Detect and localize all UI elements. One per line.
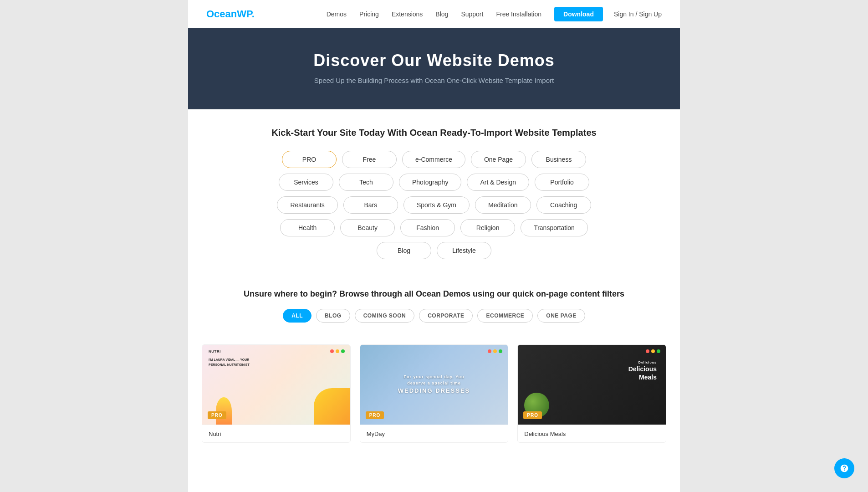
demo-grid: NUTRI I'M LAURA VIDAL — YOURPERSONAL NUT…	[188, 344, 680, 456]
demo-card-nutri[interactable]: NUTRI I'M LAURA VIDAL — YOURPERSONAL NUT…	[202, 344, 351, 443]
filter-pro[interactable]: PRO	[282, 151, 337, 168]
dot-green-food	[657, 349, 660, 353]
filter-free[interactable]: Free	[342, 151, 397, 168]
filter-ecommerce[interactable]: e-Commerce	[402, 151, 465, 168]
window-dots	[330, 349, 345, 353]
dot-red	[330, 349, 334, 353]
filter-meditation[interactable]: Meditation	[475, 196, 531, 214]
demo-card-myday-bottom: MyDay	[360, 425, 508, 442]
nav-links: Demos Pricing Extensions Blog Support Fr…	[327, 10, 603, 18]
demo-card-food[interactable]: Delicious DeliciousMeals PRO Delicious M…	[517, 344, 666, 443]
dot-green	[341, 349, 345, 353]
demo-card-myday[interactable]: For your special day. You deserve a spec…	[360, 344, 509, 443]
filter-bars[interactable]: Bars	[343, 196, 398, 214]
demo-card-myday-image: For your special day. You deserve a spec…	[360, 345, 508, 425]
filter-beauty[interactable]: Beauty	[340, 219, 395, 236]
window-dots-food	[646, 349, 660, 353]
qf-one-page[interactable]: ONE PAGE	[537, 309, 585, 323]
filter-business[interactable]: Business	[531, 151, 586, 168]
filter-photography[interactable]: Photography	[399, 174, 461, 191]
filter-row-2: Services Tech Photography Art & Design P…	[279, 174, 589, 191]
nav-free-installation[interactable]: Free Installation	[496, 10, 541, 18]
signin-link[interactable]: Sign In / Sign Up	[614, 10, 662, 18]
filter-lifestyle[interactable]: Lifestyle	[437, 242, 491, 259]
filter-row-5: Blog Lifestyle	[377, 242, 491, 259]
dot-yellow	[336, 349, 339, 353]
nav-blog[interactable]: Blog	[435, 10, 448, 18]
pro-badge-nutri: PRO	[208, 411, 226, 419]
window-dots-myday	[488, 349, 502, 353]
dot-yellow-myday	[493, 349, 497, 353]
browse-heading: Unsure where to begin? Browse through al…	[206, 289, 662, 299]
hero-title: Discover Our Website Demos	[206, 51, 662, 70]
download-button[interactable]: Download	[554, 7, 603, 21]
browse-section: Unsure where to begin? Browse through al…	[188, 276, 680, 344]
filter-heading: Kick-Start Your Site Today With Ocean Re…	[206, 128, 662, 138]
filter-row-3: Restaurants Bars Sports & Gym Meditation…	[277, 196, 591, 214]
filter-coaching[interactable]: Coaching	[536, 196, 591, 214]
qf-coming-soon[interactable]: COMING SOON	[355, 309, 415, 323]
qf-corporate[interactable]: CORPORATE	[419, 309, 473, 323]
navbar: OceanWP. Demos Pricing Extensions Blog S…	[188, 0, 680, 28]
demo-card-food-bottom: Delicious Meals	[518, 425, 666, 442]
dot-yellow-food	[651, 349, 655, 353]
quick-filters: ALL BLOG COMING SOON CORPORATE ECOMMERCE…	[206, 309, 662, 323]
dot-red-food	[646, 349, 649, 353]
filter-art-design[interactable]: Art & Design	[467, 174, 529, 191]
help-icon[interactable]	[834, 458, 854, 478]
demo-card-myday-name: MyDay	[367, 430, 385, 437]
nutri-headline: I'M LAURA VIDAL — YOURPERSONAL NUTRITION…	[209, 358, 250, 367]
qf-ecommerce[interactable]: ECOMMERCE	[477, 309, 533, 323]
logo-dot: .	[252, 8, 255, 20]
demo-card-nutri-name: Nutri	[209, 430, 221, 437]
filter-blog[interactable]: Blog	[377, 242, 431, 259]
nav-support[interactable]: Support	[461, 10, 483, 18]
filter-religion[interactable]: Religion	[460, 219, 515, 236]
filter-section: Kick-Start Your Site Today With Ocean Re…	[188, 109, 680, 276]
logo: OceanWP.	[206, 8, 255, 20]
settings-icon	[840, 464, 849, 473]
demo-card-nutri-bottom: Nutri	[202, 425, 350, 442]
dot-green-myday	[499, 349, 502, 353]
nav-extensions[interactable]: Extensions	[392, 10, 423, 18]
filter-row-4: Health Beauty Fashion Religion Transport…	[280, 219, 588, 236]
food-headline: Delicious DeliciousMeals	[628, 359, 657, 382]
pro-badge-food: PRO	[523, 411, 542, 419]
filter-tech[interactable]: Tech	[339, 174, 393, 191]
filter-row-1: PRO Free e-Commerce One Page Business	[282, 151, 586, 168]
nav-demos[interactable]: Demos	[327, 10, 347, 18]
filter-grid: PRO Free e-Commerce One Page Business Se…	[206, 151, 662, 259]
dot-red-myday	[488, 349, 491, 353]
filter-restaurants[interactable]: Restaurants	[277, 196, 337, 214]
hero-section: Discover Our Website Demos Speed Up the …	[188, 28, 680, 109]
nutri-logo: NUTRI	[209, 349, 221, 354]
logo-text: OceanWP	[206, 8, 252, 20]
filter-portfolio[interactable]: Portfolio	[535, 174, 589, 191]
wedding-headline: For your special day. You deserve a spec…	[397, 374, 471, 396]
nutri-fig-decoration	[216, 397, 232, 425]
qf-all[interactable]: ALL	[283, 309, 311, 323]
hero-subtitle: Speed Up the Building Process with Ocean…	[206, 77, 662, 84]
nutri-fruit-decoration	[314, 388, 350, 425]
filter-health[interactable]: Health	[280, 219, 335, 236]
demo-card-food-name: Delicious Meals	[524, 430, 566, 437]
demo-card-food-image: Delicious DeliciousMeals PRO	[518, 345, 666, 425]
nav-pricing[interactable]: Pricing	[359, 10, 379, 18]
filter-services[interactable]: Services	[279, 174, 333, 191]
filter-fashion[interactable]: Fashion	[400, 219, 455, 236]
filter-transportation[interactable]: Transportation	[521, 219, 588, 236]
filter-sports-gym[interactable]: Sports & Gym	[403, 196, 470, 214]
qf-blog[interactable]: BLOG	[316, 309, 350, 323]
pro-badge-myday: PRO	[366, 411, 384, 419]
demo-card-nutri-image: NUTRI I'M LAURA VIDAL — YOURPERSONAL NUT…	[202, 345, 350, 425]
filter-one-page[interactable]: One Page	[471, 151, 526, 168]
